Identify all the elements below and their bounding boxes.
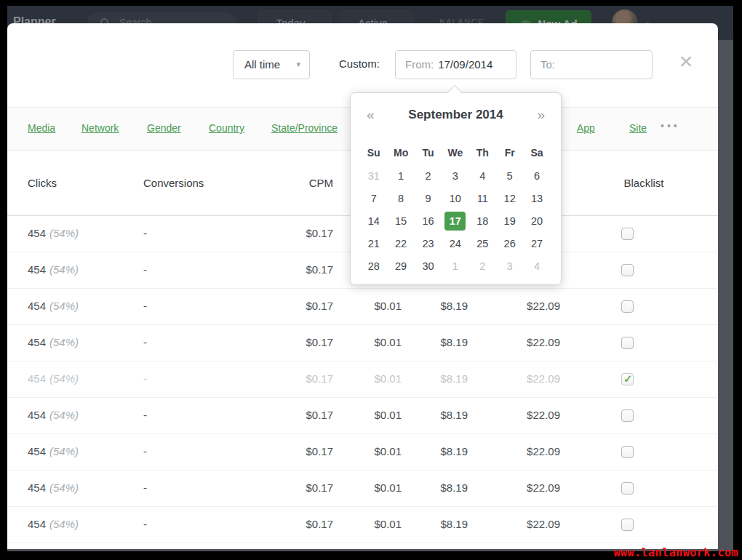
table-row: 454(54%)-$0.17$0.01$8.19$22.09 (7, 507, 718, 543)
calendar-day[interactable]: 2 (469, 255, 496, 277)
calendar-day[interactable]: 3 (496, 255, 523, 277)
weekday-label: We (442, 143, 468, 163)
from-date-value: 17/09/2014 (438, 58, 492, 71)
value-cell: $8.19 (388, 409, 468, 421)
calendar-day[interactable]: 1 (387, 164, 414, 187)
calendar-next-month-icon[interactable]: » (537, 107, 545, 123)
date-range-value: All time (244, 58, 280, 71)
clicks-cell: 454(54%) (28, 336, 79, 348)
conversions-cell: - (143, 263, 147, 276)
table-row: 454(54%)-$0.17$0.01$8.19$22.09 (7, 289, 718, 325)
column-header-cpm: CPM (253, 177, 333, 189)
calendar-day[interactable]: 5 (496, 164, 523, 187)
blacklist-checkbox[interactable] (621, 409, 634, 422)
calendar-day[interactable]: 26 (496, 232, 523, 255)
calendar-day[interactable]: 12 (496, 187, 523, 209)
blacklist-checkbox[interactable] (621, 519, 634, 531)
tab-network[interactable]: Network (81, 122, 119, 134)
calendar-day[interactable]: 22 (387, 232, 414, 255)
value-cell: $22.09 (480, 409, 560, 421)
tab-country[interactable]: Country (209, 122, 244, 134)
calendar-day[interactable]: 23 (415, 232, 442, 255)
calendar-day[interactable]: 21 (360, 232, 387, 255)
tab-state-province[interactable]: State/Province (271, 122, 338, 134)
column-header-conversions: Conversions (143, 177, 204, 189)
clicks-cell: 454(54%) (28, 263, 79, 276)
calendar-day[interactable]: 7 (360, 187, 387, 209)
blacklist-checkbox[interactable] (621, 337, 634, 349)
calendar-day[interactable]: 30 (415, 255, 442, 277)
to-prefix-label: To: (540, 58, 555, 71)
blacklist-checkbox[interactable] (621, 446, 634, 458)
column-header-clicks: Clicks (28, 177, 57, 189)
clicks-cell: 454(54%) (28, 227, 79, 239)
calendar-day-grid: 3112345678910111213141516171819202122232… (360, 164, 551, 277)
calendar-day[interactable]: 28 (360, 255, 387, 277)
tab-site[interactable]: Site (629, 122, 647, 134)
tab-media[interactable]: Media (28, 122, 55, 134)
datepicker-popup: « September 2014 » SuMoTuWeThFrSa 311234… (350, 92, 562, 285)
calendar-day[interactable]: 13 (523, 187, 550, 209)
custom-range-label: Custom: (339, 57, 380, 70)
calendar-day[interactable]: 31 (360, 164, 387, 187)
blacklist-checkbox[interactable] (621, 373, 634, 385)
calendar-month-title: September 2014 (351, 108, 561, 122)
date-range-select[interactable]: All time ▾ (233, 50, 310, 79)
watermark-text: www.lanlanwork.com (613, 546, 738, 559)
chevron-down-icon: ▾ (296, 60, 300, 69)
calendar-day[interactable]: 19 (496, 209, 523, 232)
calendar-day[interactable]: 24 (442, 232, 468, 255)
calendar-day[interactable]: 4 (523, 255, 550, 277)
conversions-cell: - (143, 481, 147, 494)
calendar-day[interactable]: 10 (442, 187, 468, 209)
value-cell: $22.09 (480, 481, 560, 494)
conversions-cell: - (143, 409, 147, 421)
value-cell: $8.19 (388, 336, 468, 348)
calendar-day[interactable]: 9 (415, 187, 442, 209)
conversions-cell: - (143, 227, 147, 239)
calendar-day[interactable]: 29 (387, 255, 414, 277)
table-row: 454(54%)-$0.17$0.01$8.19$22.09 (7, 361, 718, 398)
value-cell: $8.19 (388, 481, 468, 494)
calendar-day[interactable]: 6 (523, 164, 550, 187)
calendar-day[interactable]: 1 (442, 255, 468, 277)
clicks-cell: 454(54%) (28, 518, 79, 530)
weekday-label: Th (469, 143, 496, 163)
blacklist-checkbox[interactable] (621, 300, 634, 313)
from-date-input[interactable]: From:17/09/2014 (395, 50, 516, 79)
screen: Planner Search Today▾ Active▾ BALANCE +N… (0, 0, 742, 560)
calendar-day[interactable]: 11 (469, 187, 496, 209)
weekday-label: Su (360, 143, 387, 163)
clicks-cell: 454(54%) (28, 409, 79, 421)
calendar-day-selected[interactable]: 17 (442, 209, 468, 232)
value-cell: $8.19 (388, 445, 468, 457)
conversions-cell: - (143, 445, 147, 457)
value-cell: $22.09 (480, 336, 560, 348)
calendar-day[interactable]: 15 (387, 209, 414, 232)
calendar-day[interactable]: 20 (523, 209, 550, 232)
blacklist-checkbox[interactable] (621, 228, 634, 240)
tab-gender[interactable]: Gender (147, 122, 181, 134)
calendar-day[interactable]: 16 (415, 209, 442, 232)
weekday-label: Fr (496, 143, 523, 163)
table-row: 454(54%)-$0.17$0.01$8.19$22.09 (7, 434, 718, 471)
calendar-day[interactable]: 25 (469, 232, 496, 255)
calendar-day[interactable]: 27 (523, 232, 550, 255)
calendar-day[interactable]: 2 (415, 164, 442, 187)
calendar-day[interactable]: 8 (387, 187, 414, 209)
value-cell: $8.19 (388, 372, 468, 385)
calendar-day[interactable]: 3 (442, 164, 468, 187)
calendar-day[interactable]: 4 (469, 164, 496, 187)
blacklist-checkbox[interactable] (621, 482, 634, 495)
value-cell: $8.19 (388, 300, 468, 312)
calendar-day[interactable]: 18 (469, 209, 496, 232)
calendar-day[interactable]: 14 (360, 209, 387, 232)
to-date-input[interactable]: To: (530, 50, 653, 79)
blacklist-checkbox[interactable] (621, 264, 634, 276)
weekday-label: Mo (387, 143, 414, 163)
tab-app[interactable]: App (577, 122, 595, 134)
clicks-cell: 454(54%) (28, 300, 79, 312)
more-tabs-icon[interactable]: ••• (661, 120, 680, 132)
close-icon[interactable]: × (675, 49, 697, 74)
value-cell: $22.09 (480, 518, 560, 530)
